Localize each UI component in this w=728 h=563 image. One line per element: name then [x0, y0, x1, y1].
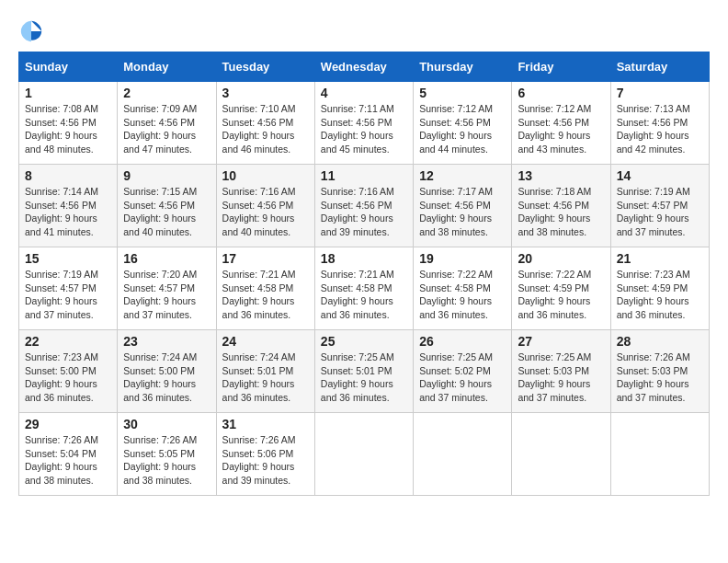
- day-header-thursday: Thursday: [414, 52, 512, 82]
- week-row-1: 1 Sunrise: 7:08 AMSunset: 4:56 PMDayligh…: [19, 82, 710, 165]
- day-number: 31: [222, 417, 309, 431]
- calendar-cell: 19 Sunrise: 7:22 AMSunset: 4:58 PMDaylig…: [414, 247, 512, 330]
- calendar-cell: 9 Sunrise: 7:15 AMSunset: 4:56 PMDayligh…: [118, 165, 216, 247]
- week-row-4: 22 Sunrise: 7:23 AMSunset: 5:00 PMDaylig…: [19, 330, 710, 413]
- day-info: Sunrise: 7:18 AMSunset: 4:56 PMDaylight:…: [518, 186, 591, 237]
- calendar-cell: 29 Sunrise: 7:26 AMSunset: 5:04 PMDaylig…: [19, 413, 118, 496]
- calendar-cell: [414, 413, 512, 496]
- day-info: Sunrise: 7:13 AMSunset: 4:56 PMDaylight:…: [617, 103, 690, 155]
- day-number: 5: [419, 86, 506, 100]
- calendar-cell: 3 Sunrise: 7:10 AMSunset: 4:56 PMDayligh…: [216, 82, 314, 165]
- day-number: 9: [123, 168, 210, 183]
- calendar-cell: 26 Sunrise: 7:25 AMSunset: 5:02 PMDaylig…: [414, 330, 512, 413]
- day-number: 4: [321, 86, 407, 100]
- calendar-cell: 15 Sunrise: 7:19 AMSunset: 4:57 PMDaylig…: [19, 247, 118, 330]
- day-info: Sunrise: 7:26 AMSunset: 5:06 PMDaylight:…: [222, 434, 296, 486]
- day-info: Sunrise: 7:09 AMSunset: 4:56 PMDaylight:…: [123, 103, 197, 155]
- week-row-5: 29 Sunrise: 7:26 AMSunset: 5:04 PMDaylig…: [19, 413, 710, 496]
- day-header-sunday: Sunday: [19, 52, 118, 82]
- day-number: 30: [123, 417, 210, 431]
- day-number: 24: [222, 334, 309, 349]
- header-row: SundayMondayTuesdayWednesdayThursdayFrid…: [19, 52, 710, 82]
- day-number: 2: [123, 86, 210, 100]
- day-info: Sunrise: 7:22 AMSunset: 4:59 PMDaylight:…: [518, 269, 591, 320]
- day-header-wednesday: Wednesday: [314, 52, 413, 82]
- day-info: Sunrise: 7:24 AMSunset: 5:00 PMDaylight:…: [123, 351, 197, 403]
- day-number: 23: [123, 334, 210, 349]
- day-info: Sunrise: 7:16 AMSunset: 4:56 PMDaylight:…: [222, 186, 296, 237]
- day-info: Sunrise: 7:26 AMSunset: 5:04 PMDaylight:…: [25, 434, 98, 486]
- day-header-monday: Monday: [118, 52, 216, 82]
- day-info: Sunrise: 7:23 AMSunset: 4:59 PMDaylight:…: [617, 269, 690, 320]
- calendar-cell: 2 Sunrise: 7:09 AMSunset: 4:56 PMDayligh…: [118, 82, 216, 165]
- day-number: 29: [25, 417, 111, 431]
- day-info: Sunrise: 7:22 AMSunset: 4:58 PMDaylight:…: [419, 269, 493, 320]
- day-info: Sunrise: 7:21 AMSunset: 4:58 PMDaylight:…: [222, 269, 296, 320]
- calendar-cell: 11 Sunrise: 7:16 AMSunset: 4:56 PMDaylig…: [314, 165, 413, 247]
- calendar-cell: [512, 413, 610, 496]
- day-number: 21: [617, 251, 703, 266]
- day-number: 20: [518, 251, 604, 266]
- day-header-friday: Friday: [512, 52, 610, 82]
- calendar-cell: 23 Sunrise: 7:24 AMSunset: 5:00 PMDaylig…: [118, 330, 216, 413]
- day-number: 25: [321, 334, 407, 349]
- day-info: Sunrise: 7:14 AMSunset: 4:56 PMDaylight:…: [25, 186, 98, 237]
- day-info: Sunrise: 7:26 AMSunset: 5:03 PMDaylight:…: [617, 351, 690, 403]
- calendar-cell: 12 Sunrise: 7:17 AMSunset: 4:56 PMDaylig…: [414, 165, 512, 247]
- day-info: Sunrise: 7:12 AMSunset: 4:56 PMDaylight:…: [419, 103, 493, 155]
- day-info: Sunrise: 7:23 AMSunset: 5:00 PMDaylight:…: [25, 351, 98, 403]
- day-number: 10: [222, 168, 309, 183]
- day-number: 11: [321, 168, 407, 183]
- calendar-cell: 4 Sunrise: 7:11 AMSunset: 4:56 PMDayligh…: [314, 82, 413, 165]
- day-info: Sunrise: 7:20 AMSunset: 4:57 PMDaylight:…: [123, 269, 197, 320]
- day-info: Sunrise: 7:16 AMSunset: 4:56 PMDaylight:…: [321, 186, 394, 237]
- day-info: Sunrise: 7:17 AMSunset: 4:56 PMDaylight:…: [419, 186, 493, 237]
- day-info: Sunrise: 7:12 AMSunset: 4:56 PMDaylight:…: [518, 103, 591, 155]
- day-number: 7: [617, 86, 703, 100]
- calendar-cell: 17 Sunrise: 7:21 AMSunset: 4:58 PMDaylig…: [216, 247, 314, 330]
- day-number: 8: [25, 168, 111, 183]
- logo: [18, 18, 48, 44]
- calendar-table: SundayMondayTuesdayWednesdayThursdayFrid…: [18, 52, 710, 496]
- calendar-cell: 8 Sunrise: 7:14 AMSunset: 4:56 PMDayligh…: [19, 165, 118, 247]
- week-row-2: 8 Sunrise: 7:14 AMSunset: 4:56 PMDayligh…: [19, 165, 710, 247]
- calendar-cell: 16 Sunrise: 7:20 AMSunset: 4:57 PMDaylig…: [118, 247, 216, 330]
- calendar-cell: 22 Sunrise: 7:23 AMSunset: 5:00 PMDaylig…: [19, 330, 118, 413]
- day-info: Sunrise: 7:25 AMSunset: 5:03 PMDaylight:…: [518, 351, 591, 403]
- day-number: 1: [25, 86, 111, 100]
- day-number: 13: [518, 168, 604, 183]
- day-info: Sunrise: 7:24 AMSunset: 5:01 PMDaylight:…: [222, 351, 296, 403]
- calendar-cell: 1 Sunrise: 7:08 AMSunset: 4:56 PMDayligh…: [19, 82, 118, 165]
- day-header-saturday: Saturday: [610, 52, 709, 82]
- calendar-cell: 7 Sunrise: 7:13 AMSunset: 4:56 PMDayligh…: [610, 82, 709, 165]
- calendar-cell: 10 Sunrise: 7:16 AMSunset: 4:56 PMDaylig…: [216, 165, 314, 247]
- day-number: 27: [518, 334, 604, 349]
- day-number: 18: [321, 251, 407, 266]
- day-info: Sunrise: 7:26 AMSunset: 5:05 PMDaylight:…: [123, 434, 197, 486]
- day-info: Sunrise: 7:15 AMSunset: 4:56 PMDaylight:…: [123, 186, 197, 237]
- day-number: 19: [419, 251, 506, 266]
- calendar-cell: 20 Sunrise: 7:22 AMSunset: 4:59 PMDaylig…: [512, 247, 610, 330]
- day-number: 22: [25, 334, 111, 349]
- day-number: 15: [25, 251, 111, 266]
- calendar-cell: 25 Sunrise: 7:25 AMSunset: 5:01 PMDaylig…: [314, 330, 413, 413]
- calendar-cell: 14 Sunrise: 7:19 AMSunset: 4:57 PMDaylig…: [610, 165, 709, 247]
- calendar-cell: [314, 413, 413, 496]
- calendar-cell: 21 Sunrise: 7:23 AMSunset: 4:59 PMDaylig…: [610, 247, 709, 330]
- calendar-cell: 6 Sunrise: 7:12 AMSunset: 4:56 PMDayligh…: [512, 82, 610, 165]
- calendar-cell: 5 Sunrise: 7:12 AMSunset: 4:56 PMDayligh…: [414, 82, 512, 165]
- calendar-cell: [610, 413, 709, 496]
- day-info: Sunrise: 7:11 AMSunset: 4:56 PMDaylight:…: [321, 103, 394, 155]
- day-number: 3: [222, 86, 309, 100]
- calendar-cell: 18 Sunrise: 7:21 AMSunset: 4:58 PMDaylig…: [314, 247, 413, 330]
- day-number: 28: [617, 334, 703, 349]
- calendar-cell: 13 Sunrise: 7:18 AMSunset: 4:56 PMDaylig…: [512, 165, 610, 247]
- day-info: Sunrise: 7:19 AMSunset: 4:57 PMDaylight:…: [25, 269, 98, 320]
- calendar-cell: 31 Sunrise: 7:26 AMSunset: 5:06 PMDaylig…: [216, 413, 314, 496]
- header: [18, 18, 710, 44]
- day-number: 26: [419, 334, 506, 349]
- day-header-tuesday: Tuesday: [216, 52, 314, 82]
- day-info: Sunrise: 7:25 AMSunset: 5:01 PMDaylight:…: [321, 351, 394, 403]
- calendar-cell: 28 Sunrise: 7:26 AMSunset: 5:03 PMDaylig…: [610, 330, 709, 413]
- day-info: Sunrise: 7:19 AMSunset: 4:57 PMDaylight:…: [617, 186, 690, 237]
